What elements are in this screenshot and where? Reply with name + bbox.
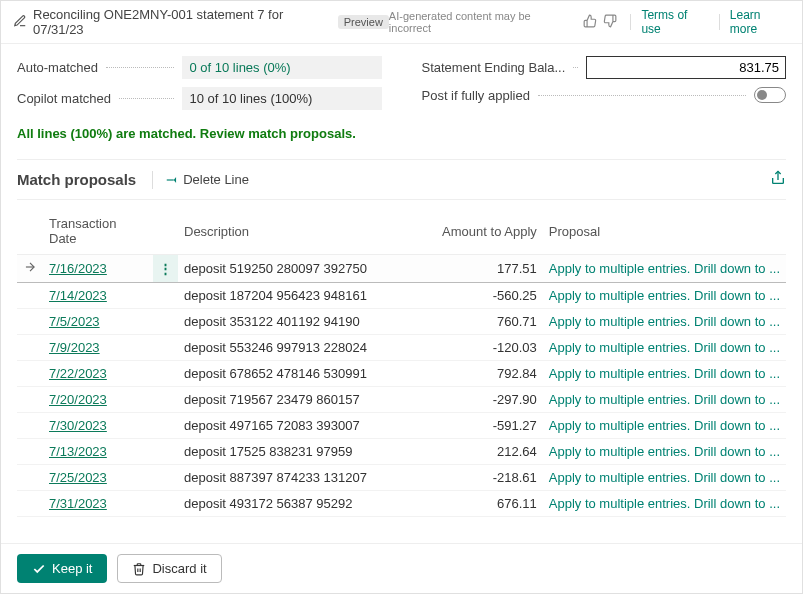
proposal-link[interactable]: Apply to multiple entries. Drill down to…	[543, 335, 786, 361]
proposal-link[interactable]: Apply to multiple entries. Drill down to…	[543, 361, 786, 387]
delete-line-label: Delete Line	[183, 172, 249, 187]
transaction-date-link[interactable]: 7/13/2023	[49, 444, 107, 459]
table-row[interactable]: 7/13/2023deposit 17525 838231 97959212.6…	[17, 439, 786, 465]
transaction-date-link[interactable]: 7/22/2023	[49, 366, 107, 381]
ai-disclaimer: AI-generated content may be incorrect	[389, 10, 573, 34]
proposal-link[interactable]: Apply to multiple entries. Drill down to…	[543, 465, 786, 491]
copilot-matched-value: 10 of 10 lines (100%)	[182, 87, 382, 110]
discard-button[interactable]: Discard it	[117, 554, 221, 583]
amount-cell: -218.61	[423, 465, 543, 491]
description-cell: deposit 17525 838231 97959	[178, 439, 423, 465]
keep-label: Keep it	[52, 561, 92, 576]
transaction-date-link[interactable]: 7/9/2023	[49, 340, 100, 355]
learn-more-link[interactable]: Learn more	[730, 8, 790, 36]
summary: Auto-matched 0 of 10 lines (0%) Copilot …	[17, 56, 786, 118]
thumbs-up-icon[interactable]	[583, 14, 597, 31]
description-cell: deposit 887397 874233 131207	[178, 465, 423, 491]
table-row[interactable]: 7/30/2023deposit 497165 72083 393007-591…	[17, 413, 786, 439]
col-amount[interactable]: Amount to Apply	[423, 208, 543, 255]
proposal-link[interactable]: Apply to multiple entries. Drill down to…	[543, 255, 786, 283]
row-menu-button[interactable]: ⋮	[153, 255, 178, 283]
description-cell: deposit 553246 997913 228024	[178, 335, 423, 361]
terms-link[interactable]: Terms of use	[641, 8, 708, 36]
transaction-date-link[interactable]: 7/20/2023	[49, 392, 107, 407]
delete-line-button[interactable]: Delete Line	[165, 172, 249, 187]
status-message: All lines (100%) are matched. Review mat…	[17, 126, 786, 141]
proposal-link[interactable]: Apply to multiple entries. Drill down to…	[543, 413, 786, 439]
delete-line-icon	[165, 173, 179, 187]
trash-icon	[132, 562, 146, 576]
amount-cell: -297.90	[423, 387, 543, 413]
col-proposal[interactable]: Proposal	[543, 208, 786, 255]
check-icon	[32, 562, 46, 576]
post-toggle[interactable]	[754, 87, 786, 103]
keep-button[interactable]: Keep it	[17, 554, 107, 583]
window-title: Reconciling ONE2MNY-001 statement 7 for …	[33, 7, 332, 37]
transaction-date-link[interactable]: 7/14/2023	[49, 288, 107, 303]
table-row[interactable]: 7/25/2023deposit 887397 874233 131207-21…	[17, 465, 786, 491]
description-cell: deposit 719567 23479 860157	[178, 387, 423, 413]
arrow-right-icon	[23, 260, 37, 274]
section-title: Match proposals	[17, 171, 136, 188]
preview-badge: Preview	[338, 15, 389, 29]
titlebar: Reconciling ONE2MNY-001 statement 7 for …	[1, 1, 802, 44]
copilot-matched-label: Copilot matched	[17, 91, 111, 106]
description-cell: deposit 187204 956423 948161	[178, 283, 423, 309]
amount-cell: -591.27	[423, 413, 543, 439]
amount-cell: -560.25	[423, 283, 543, 309]
table-row[interactable]: 7/31/2023deposit 493172 56387 95292676.1…	[17, 491, 786, 517]
col-desc[interactable]: Description	[178, 208, 423, 255]
transaction-date-link[interactable]: 7/30/2023	[49, 418, 107, 433]
body: Auto-matched 0 of 10 lines (0%) Copilot …	[1, 44, 802, 543]
amount-cell: 177.51	[423, 255, 543, 283]
transaction-date-link[interactable]: 7/5/2023	[49, 314, 100, 329]
share-icon[interactable]	[770, 170, 786, 189]
transaction-date-link[interactable]: 7/16/2023	[49, 261, 107, 276]
amount-cell: -120.03	[423, 335, 543, 361]
transaction-date-link[interactable]: 7/31/2023	[49, 496, 107, 511]
table-row[interactable]: 7/14/2023deposit 187204 956423 948161-56…	[17, 283, 786, 309]
amount-cell: 212.64	[423, 439, 543, 465]
discard-label: Discard it	[152, 561, 206, 576]
proposal-link[interactable]: Apply to multiple entries. Drill down to…	[543, 309, 786, 335]
description-cell: deposit 678652 478146 530991	[178, 361, 423, 387]
proposal-link[interactable]: Apply to multiple entries. Drill down to…	[543, 387, 786, 413]
auto-matched-label: Auto-matched	[17, 60, 98, 75]
table-row[interactable]: 7/9/2023deposit 553246 997913 228024-120…	[17, 335, 786, 361]
section-header: Match proposals Delete Line	[17, 159, 786, 200]
post-label: Post if fully applied	[422, 88, 530, 103]
transaction-date-link[interactable]: 7/25/2023	[49, 470, 107, 485]
footer: Keep it Discard it	[1, 543, 802, 593]
table-row[interactable]: 7/5/2023deposit 353122 401192 94190760.7…	[17, 309, 786, 335]
description-cell: deposit 493172 56387 95292	[178, 491, 423, 517]
table-row[interactable]: 7/16/2023⋮deposit 519250 280097 39275017…	[17, 255, 786, 283]
table-row[interactable]: 7/20/2023deposit 719567 23479 860157-297…	[17, 387, 786, 413]
description-cell: deposit 497165 72083 393007	[178, 413, 423, 439]
proposal-link[interactable]: Apply to multiple entries. Drill down to…	[543, 439, 786, 465]
description-cell: deposit 519250 280097 392750	[178, 255, 423, 283]
amount-cell: 792.84	[423, 361, 543, 387]
col-date[interactable]: Transaction Date	[43, 208, 153, 255]
thumbs-down-icon[interactable]	[603, 14, 617, 31]
table: Transaction Date Description Amount to A…	[17, 208, 786, 535]
amount-cell: 676.11	[423, 491, 543, 517]
window: Reconciling ONE2MNY-001 statement 7 for …	[0, 0, 803, 594]
ending-balance-input[interactable]	[586, 56, 786, 79]
table-row[interactable]: 7/22/2023deposit 678652 478146 530991792…	[17, 361, 786, 387]
proposal-link[interactable]: Apply to multiple entries. Drill down to…	[543, 491, 786, 517]
description-cell: deposit 353122 401192 94190	[178, 309, 423, 335]
pencil-icon	[13, 14, 27, 31]
auto-matched-value: 0 of 10 lines (0%)	[182, 56, 382, 79]
ending-balance-label: Statement Ending Bala...	[422, 60, 566, 75]
proposal-link[interactable]: Apply to multiple entries. Drill down to…	[543, 283, 786, 309]
amount-cell: 760.71	[423, 309, 543, 335]
